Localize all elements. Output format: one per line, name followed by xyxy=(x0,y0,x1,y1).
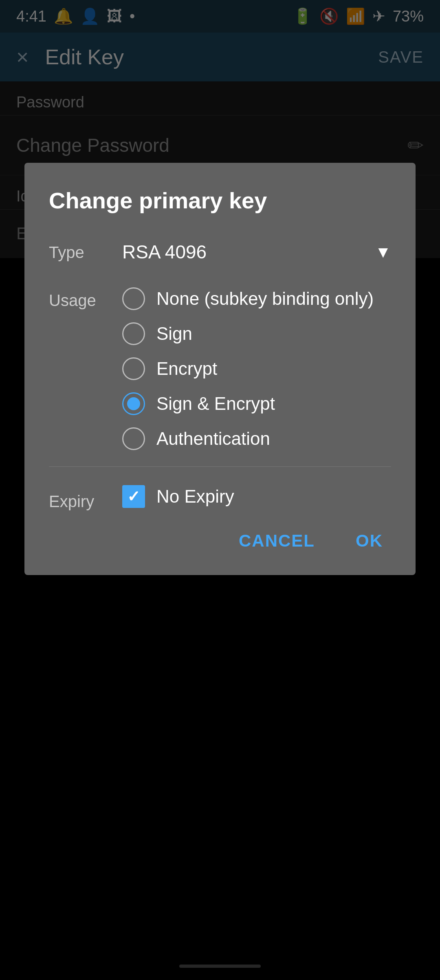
radio-authentication-circle xyxy=(122,427,145,450)
dialog-actions: CANCEL OK xyxy=(49,527,391,555)
expiry-label: Expiry xyxy=(49,485,122,511)
usage-label: Usage xyxy=(49,284,122,310)
usage-row: Usage None (subkey binding only) Sign En… xyxy=(49,284,391,450)
radio-authentication[interactable]: Authentication xyxy=(122,427,391,450)
radio-encrypt-label: Encrypt xyxy=(156,359,217,379)
radio-sign-encrypt-circle xyxy=(122,392,145,415)
radio-none-circle xyxy=(122,287,145,310)
checkmark-icon: ✓ xyxy=(127,488,140,505)
radio-none-label: None (subkey binding only) xyxy=(156,289,374,309)
type-label: Type xyxy=(49,236,122,262)
radio-sign[interactable]: Sign xyxy=(122,322,391,345)
checkbox-checked-box: ✓ xyxy=(122,485,145,508)
radio-sign-encrypt-label: Sign & Encrypt xyxy=(156,394,275,414)
dialog-title: Change primary key xyxy=(49,187,391,214)
radio-authentication-label: Authentication xyxy=(156,429,270,449)
divider xyxy=(49,466,391,467)
type-dropdown[interactable]: RSA 4096 ▼ xyxy=(122,236,391,268)
radio-none[interactable]: None (subkey binding only) xyxy=(122,287,391,310)
no-expiry-label: No Expiry xyxy=(156,486,234,507)
type-dropdown-value: RSA 4096 xyxy=(122,241,207,263)
cancel-button[interactable]: CANCEL xyxy=(231,527,323,555)
radio-sign-encrypt-inner xyxy=(127,397,140,410)
usage-radio-group: None (subkey binding only) Sign Encrypt … xyxy=(122,284,391,450)
radio-encrypt-circle xyxy=(122,357,145,380)
radio-sign-encrypt[interactable]: Sign & Encrypt xyxy=(122,392,391,415)
ok-button[interactable]: OK xyxy=(348,527,391,555)
type-control[interactable]: RSA 4096 ▼ xyxy=(122,236,391,268)
radio-sign-label: Sign xyxy=(156,324,192,344)
expiry-control[interactable]: ✓ No Expiry xyxy=(122,485,391,508)
expiry-row: Expiry ✓ No Expiry xyxy=(49,485,391,511)
radio-encrypt[interactable]: Encrypt xyxy=(122,357,391,380)
radio-sign-circle xyxy=(122,322,145,345)
chevron-down-icon: ▼ xyxy=(375,243,391,261)
type-row: Type RSA 4096 ▼ xyxy=(49,236,391,268)
change-primary-key-dialog: Change primary key Type RSA 4096 ▼ Usage… xyxy=(24,163,416,575)
no-expiry-checkbox[interactable]: ✓ No Expiry xyxy=(122,485,391,508)
